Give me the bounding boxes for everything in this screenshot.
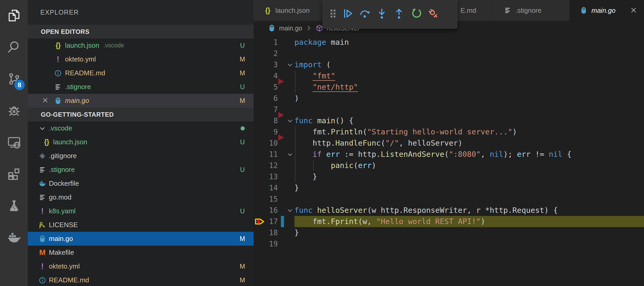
git-gutter xyxy=(278,93,286,104)
tree-item-okteto.yml[interactable]: !okteto.ymlM xyxy=(28,259,254,273)
open-editor-launch.json[interactable]: {}launch.json.vscodeU xyxy=(28,39,254,52)
glyph-margin[interactable] xyxy=(254,82,266,93)
code-line-19[interactable]: 19 xyxy=(254,238,644,250)
activity-item-run-and-debug[interactable] xyxy=(0,95,28,127)
fold-indicator[interactable] xyxy=(286,59,294,70)
fold-indicator[interactable] xyxy=(286,149,294,160)
code-line-1[interactable]: 1package main xyxy=(254,37,644,48)
code-line-9[interactable]: 9 fmt.Println("Starting hello-world serv… xyxy=(254,126,644,138)
glyph-margin[interactable] xyxy=(254,59,266,70)
open-editor-okteto.yml[interactable]: !okteto.ymlM xyxy=(28,52,254,66)
continue-button[interactable] xyxy=(339,4,356,23)
glyph-margin[interactable] xyxy=(254,205,266,216)
tab-label: main.go xyxy=(591,7,616,15)
code-line-3[interactable]: 3import ( xyxy=(254,59,644,70)
code-line-13[interactable]: 13 } xyxy=(254,171,644,182)
fold-indicator[interactable] xyxy=(286,205,294,216)
line-number: 1 xyxy=(266,38,278,47)
activity-item-docker[interactable] xyxy=(0,222,28,254)
tab-stignore[interactable]: .stignore xyxy=(494,0,570,21)
glyph-margin[interactable] xyxy=(254,238,266,250)
tree-item-Makefile[interactable]: MMakefile xyxy=(28,246,254,259)
glyph-margin[interactable] xyxy=(254,70,266,82)
fold-indicator[interactable] xyxy=(286,115,294,126)
tree-item-.stignore[interactable]: .stignoreU xyxy=(28,163,254,177)
tree-item-k8s.yaml[interactable]: !k8s.yamlU xyxy=(28,204,254,218)
code-token: ) xyxy=(481,217,485,226)
tree-item-launch.json[interactable]: {}launch.jsonU xyxy=(28,135,254,149)
tree-item-README.md[interactable]: README.mdM xyxy=(28,273,254,286)
close-icon[interactable] xyxy=(630,7,638,14)
tree-item-Dockerfile[interactable]: Dockerfile xyxy=(28,177,254,190)
tab-file-icon: {} xyxy=(263,6,272,15)
code-line-5[interactable]: 5 "net/http" xyxy=(254,82,644,93)
code-line-17[interactable]: 17 fmt.Fprint(w, "Hello world REST API!"… xyxy=(254,216,644,227)
drag-handle[interactable] xyxy=(327,4,339,23)
code-token: Fprint xyxy=(331,217,358,226)
code-line-14[interactable]: 14} xyxy=(254,182,644,194)
tree-item-LICENSE[interactable]: LICENSE xyxy=(28,218,254,232)
tab-main-go[interactable]: main.go xyxy=(570,0,644,21)
step-into-button[interactable] xyxy=(373,4,390,23)
activity-item-remote-explorer[interactable] xyxy=(0,127,28,159)
glyph-margin[interactable] xyxy=(254,160,266,171)
activity-item-explorer[interactable] xyxy=(0,0,28,32)
disconnect-button[interactable] xyxy=(425,4,442,23)
line-number: 7 xyxy=(266,105,278,114)
code-line-18[interactable]: 18} xyxy=(254,227,644,238)
open-editor-.stignore[interactable]: .stignoreU xyxy=(28,80,254,94)
glyph-margin[interactable] xyxy=(254,104,266,115)
file-label: .stignore xyxy=(65,83,91,91)
line-number: 8 xyxy=(266,116,278,125)
code-line-7[interactable]: 7 xyxy=(254,104,644,115)
glyph-margin[interactable] xyxy=(254,227,266,238)
glyph-margin[interactable] xyxy=(254,216,266,227)
tree-item-go.mod[interactable]: go.mod xyxy=(28,190,254,204)
tree-item-main.go[interactable]: main.goM xyxy=(28,232,254,246)
glyph-margin[interactable] xyxy=(254,93,266,104)
code-line-2[interactable]: 2 xyxy=(254,48,644,59)
glyph-margin[interactable] xyxy=(254,115,266,126)
tab-launch-json[interactable]: {}launch.json xyxy=(254,0,323,21)
activity-item-source-control[interactable]: 8 xyxy=(0,64,28,95)
restart-button[interactable] xyxy=(408,4,425,23)
drag-handle-icon xyxy=(327,7,339,20)
code-line-10[interactable]: 10 http.HandleFunc("/", helloServer) xyxy=(254,138,644,149)
code-line-8[interactable]: 8func main() { xyxy=(254,115,644,126)
glyph-margin[interactable] xyxy=(254,138,266,149)
step-out-button[interactable] xyxy=(390,4,408,23)
glyph-margin[interactable] xyxy=(254,126,266,138)
glyph-margin[interactable] xyxy=(254,48,266,59)
code-line-6[interactable]: 6) xyxy=(254,93,644,104)
activity-item-extensions[interactable] xyxy=(0,159,28,191)
close-icon[interactable] xyxy=(42,97,50,105)
glyph-margin[interactable] xyxy=(254,149,266,160)
workspace-header[interactable]: GO-GETTING-STARTED xyxy=(28,108,254,121)
breadcrumb-file[interactable]: main.go xyxy=(279,24,302,32)
glyph-margin[interactable] xyxy=(254,182,266,194)
open-editors-header[interactable]: OPEN EDITORS xyxy=(28,25,254,39)
code-line-15[interactable]: 15 xyxy=(254,194,644,205)
code-line-4[interactable]: 4 "fmt" xyxy=(254,70,644,82)
step-over-button[interactable] xyxy=(356,4,373,23)
activity-item-search[interactable] xyxy=(0,32,28,64)
code-token: if xyxy=(313,150,322,159)
activity-item-testing[interactable] xyxy=(0,191,28,222)
glyph-margin[interactable] xyxy=(254,37,266,48)
code-token: "/" xyxy=(385,139,399,147)
glyph-margin[interactable] xyxy=(254,171,266,182)
git-status-badge: M xyxy=(239,235,246,243)
git-status-badge: U xyxy=(239,166,246,173)
open-editor-README.md[interactable]: README.mdM xyxy=(28,66,254,80)
tree-item-.vscode[interactable]: .vscode xyxy=(28,121,254,135)
code-line-11[interactable]: 11 if err := http.ListenAndServe(":8080"… xyxy=(254,149,644,160)
glyph-margin[interactable] xyxy=(254,194,266,205)
file-label: main.go xyxy=(65,97,89,105)
code-token: func xyxy=(294,206,317,215)
open-editor-main.go[interactable]: main.goM xyxy=(28,94,254,108)
disconnect-button-icon xyxy=(427,7,440,20)
code-editor[interactable]: 1package main23import (4 "fmt"5 "net/htt… xyxy=(254,35,644,286)
tree-item-.gitignore[interactable]: .gitignore xyxy=(28,149,254,163)
code-line-16[interactable]: 16func helloServer(w http.ResponseWriter… xyxy=(254,205,644,216)
code-line-12[interactable]: 12 panic(err) xyxy=(254,160,644,171)
